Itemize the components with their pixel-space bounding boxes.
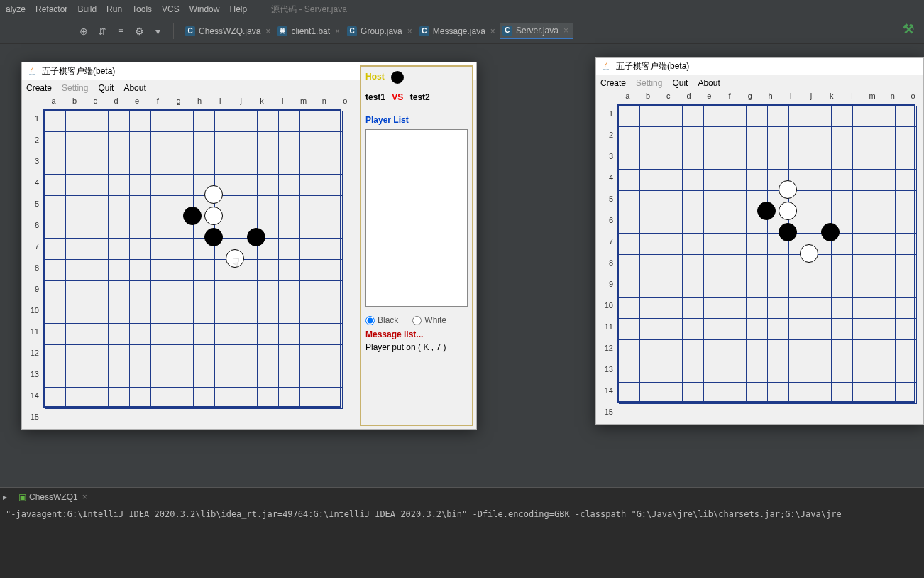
tab-label: client1.bat <box>291 26 330 36</box>
board-container: abcdefghijklmno 123456789101112131415 <box>600 92 923 420</box>
file-icon: C <box>419 26 429 36</box>
message-list-label: Message list... <box>365 329 468 339</box>
board-container: abcdefghijklmno 123456789101112131415 ☟ <box>26 97 356 425</box>
menu-quit[interactable]: Quit <box>672 78 688 88</box>
stone-white <box>779 180 797 199</box>
player2-name: test2 <box>410 92 430 102</box>
run-config-icon: ▣ <box>18 492 26 502</box>
stone-black <box>247 228 265 246</box>
close-icon[interactable]: × <box>490 26 495 36</box>
java-icon <box>26 66 38 77</box>
editor-tab[interactable]: CChessWZQ.java× <box>182 23 275 39</box>
file-icon: C <box>347 26 357 36</box>
menu-run[interactable]: Run <box>106 4 122 14</box>
gear-icon[interactable]: ⚙ <box>132 24 146 38</box>
stone-white <box>204 207 223 225</box>
row-labels: 123456789101112131415 <box>26 108 42 427</box>
app-menubar: Create Setting Quit About <box>596 75 923 91</box>
window-title: 五子棋客户端(beta) <box>42 65 115 77</box>
stone-black <box>204 228 223 246</box>
menu-build[interactable]: Build <box>77 4 97 14</box>
titlebar[interactable]: 五子棋客户端(beta) <box>596 58 923 75</box>
file-icon: ⌘ <box>277 26 287 36</box>
vs-label: VS <box>392 92 403 102</box>
expand-all-icon[interactable]: ⇵ <box>95 24 109 38</box>
stone-black <box>183 207 202 225</box>
stone-white <box>226 249 244 268</box>
run-tool-window: ▸ ▣ ChessWZQ1 × "-javaagent:G:\IntelliJ … <box>0 487 924 578</box>
menu-tools[interactable]: Tools <box>132 4 152 14</box>
player-list-label: Player List <box>365 115 468 125</box>
player-list-box[interactable] <box>365 129 468 307</box>
build-hammer-icon[interactable]: ⚒ <box>903 21 915 34</box>
stone-white <box>204 185 223 204</box>
board-grid[interactable] <box>617 104 915 403</box>
ide-menubar: alyze Refactor Build Run Tools VCS Windo… <box>0 0 924 18</box>
player1-name: test1 <box>365 92 385 102</box>
editor-tab[interactable]: ⌘client1.bat× <box>275 23 344 39</box>
stone-white <box>800 244 818 263</box>
col-labels: abcdefghijklmno <box>43 97 356 108</box>
side-panel: Host test1 VS test2 Player List Black Wh… <box>360 65 473 426</box>
close-icon[interactable]: × <box>407 26 412 36</box>
menu-create[interactable]: Create <box>26 83 52 93</box>
run-tab[interactable]: ▣ ChessWZQ1 × <box>13 489 93 505</box>
debug-arrow-icon[interactable]: ▸ <box>3 492 7 502</box>
close-icon[interactable]: × <box>563 26 568 36</box>
file-icon: C <box>185 26 195 36</box>
message-text: Player put on ( K , 7 ) <box>365 342 468 352</box>
editor-tab[interactable]: CServer.java× <box>500 23 573 39</box>
run-tab-label: ChessWZQ1 <box>29 492 78 502</box>
menu-analyze[interactable]: alyze <box>6 4 26 14</box>
radio-white[interactable]: White <box>412 315 446 325</box>
file-icon: C <box>502 26 512 36</box>
menu-about[interactable]: About <box>698 78 720 88</box>
collapse-all-icon[interactable]: ≡ <box>114 24 128 38</box>
close-icon[interactable]: × <box>82 492 87 502</box>
menu-create[interactable]: Create <box>600 78 626 88</box>
radio-black[interactable]: Black <box>365 315 398 325</box>
stone-black <box>821 223 840 241</box>
col-labels: abcdefghijklmno <box>617 92 923 103</box>
menu-refactor[interactable]: Refactor <box>35 4 67 14</box>
menu-window[interactable]: Window <box>189 4 220 14</box>
tab-label: ChessWZQ.java <box>199 26 260 36</box>
stone-black <box>779 223 797 241</box>
close-icon[interactable]: × <box>335 26 340 36</box>
tab-label: Server.java <box>516 26 559 36</box>
menu-setting[interactable]: Setting <box>636 78 662 88</box>
java-icon <box>600 61 612 72</box>
console-output[interactable]: "-javaagent:G:\IntelliJ IDEA 2020.3.2\li… <box>0 506 924 519</box>
editor-tab[interactable]: CGroup.java× <box>344 23 417 39</box>
dropdown-icon[interactable]: ▾ <box>150 24 165 38</box>
menu-quit[interactable]: Quit <box>98 83 114 93</box>
tab-label: Group.java <box>361 26 402 36</box>
menu-vcs[interactable]: VCS <box>162 4 180 14</box>
tab-label: Message.java <box>433 26 485 36</box>
menu-setting[interactable]: Setting <box>62 83 88 93</box>
board-grid[interactable] <box>43 109 341 408</box>
editor-tab[interactable]: CMessage.java× <box>417 23 500 39</box>
stone-white <box>779 202 797 220</box>
ide-title: 源代码 - Server.java <box>271 4 347 16</box>
crosshair-icon[interactable]: ⊕ <box>77 24 91 38</box>
stone-black <box>757 202 776 220</box>
menu-help[interactable]: Help <box>229 4 247 14</box>
ide-toolbar: ⊕ ⇵ ≡ ⚙ ▾ CChessWZQ.java×⌘client1.bat×CG… <box>0 18 924 44</box>
close-icon[interactable]: × <box>265 26 270 36</box>
gomoku-client-window-1[interactable]: 五子棋客户端(beta) — ☐ ✕ Create Setting Quit A… <box>21 62 477 430</box>
gomoku-client-window-2[interactable]: 五子棋客户端(beta) Create Setting Quit About a… <box>595 57 924 425</box>
host-stone-icon <box>391 71 404 84</box>
window-title: 五子棋客户端(beta) <box>616 60 689 72</box>
row-labels: 123456789101112131415 <box>600 103 616 422</box>
menu-about[interactable]: About <box>123 83 145 93</box>
host-label: Host <box>365 72 385 82</box>
